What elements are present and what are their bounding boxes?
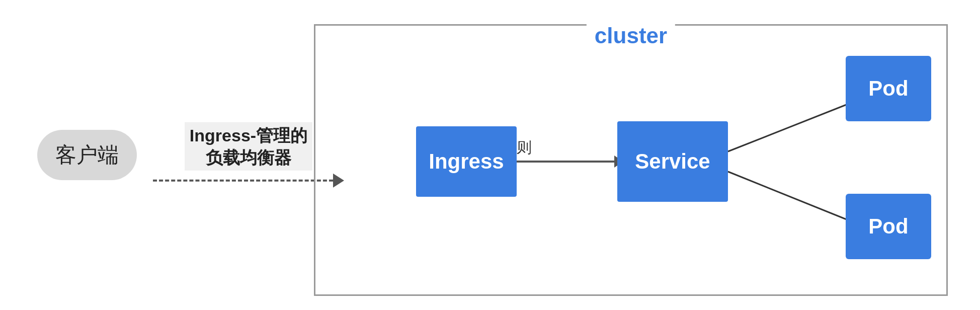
service-label: Service (635, 149, 710, 174)
diagram: 客户端 Ingress-管理的 负载均衡器 cluster 路由规则 (17, 9, 963, 301)
ingress-box: Ingress (416, 126, 517, 197)
svg-line-5 (728, 172, 853, 222)
ingress-arrow-label: Ingress-管理的 负载均衡器 (185, 122, 312, 171)
pod-top-box: Pod (846, 56, 931, 121)
dashed-line (153, 180, 333, 182)
cluster-box: cluster 路由规则 Ingress (314, 24, 948, 296)
client-label: 客户端 (55, 143, 119, 167)
pod-top-label: Pod (868, 76, 908, 101)
ingress-label: Ingress (429, 149, 504, 174)
service-box: Service (617, 121, 728, 202)
svg-line-3 (728, 102, 853, 151)
pod-bottom-label: Pod (868, 214, 908, 239)
client-node: 客户端 (37, 130, 137, 180)
pod-bottom-box: Pod (846, 194, 931, 259)
